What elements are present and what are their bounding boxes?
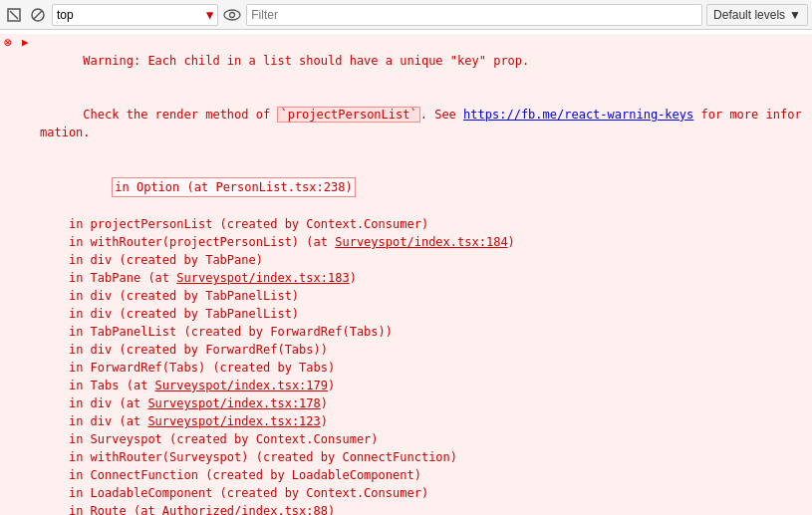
link-surveyspot-183[interactable]: Surveyspot/index.tsx:183 — [176, 271, 349, 285]
stack-row-2: in withRouter(projectPersonList) (at Sur… — [0, 233, 812, 251]
stack-row-17: in Route (at Authorized/index.tsx:88) — [0, 502, 812, 515]
level-select[interactable]: ▼ — [52, 4, 218, 26]
default-levels-button[interactable]: Default levels ▼ — [706, 4, 808, 26]
stack-row-highlighted: in Option (at PersonList.tsx:238) — [0, 159, 812, 215]
stack-row-16: in LoadableComponent (created by Context… — [0, 484, 812, 502]
sp3 — [4, 233, 20, 234]
stack-row-12: in div (at Surveyspot/index.tsx:123) — [0, 412, 812, 430]
stack-row-7: in TabPanelList (created by ForwardRef(T… — [0, 323, 812, 341]
stack-line-14: in withRouter(Surveyspot) (created by Co… — [40, 448, 808, 466]
highlighted-frame: in Option (at PersonList.tsx:238) — [112, 177, 355, 197]
default-levels-chevron: ▼ — [789, 8, 801, 22]
stack-row-5: in div (created by TabPanelList) — [0, 287, 812, 305]
level-dropdown-icon: ▼ — [206, 8, 213, 22]
spacer-icon-1 — [4, 88, 20, 89]
stack-row-14: in withRouter(Surveyspot) (created by Co… — [0, 448, 812, 466]
filter-input-wrapper[interactable] — [246, 4, 702, 26]
spacer-1 — [4, 159, 20, 160]
filter-input[interactable] — [251, 8, 697, 22]
spacer-icon-2 — [22, 88, 38, 89]
stack-row-10: in Tabs (at Surveyspot/index.tsx:179) — [0, 377, 812, 394]
stack-line-3: in div (created by TabPane) — [40, 251, 808, 269]
spacer-2 — [22, 159, 38, 160]
stack-row-6: in div (created by TabPanelList) — [0, 305, 812, 323]
svg-point-5 — [230, 12, 235, 17]
stack-line-11: in div (at Surveyspot/index.tsx:178) — [40, 394, 808, 412]
console-toolbar: ▼ Default levels ▼ — [0, 0, 812, 30]
stack-line-5: in div (created by TabPanelList) — [40, 287, 808, 305]
stack-line-7: in TabPanelList (created by ForwardRef(T… — [40, 323, 808, 341]
ban-icon[interactable] — [28, 5, 48, 25]
console-output: ⊗ ▶ Warning: Each child in a list should… — [0, 30, 812, 515]
stack-line-9: in ForwardRef(Tabs) (created by Tabs) — [40, 359, 808, 377]
stack-row-13: in Surveyspot (created by Context.Consum… — [0, 430, 812, 448]
stack-row-8: in div (created by ForwardRef(Tabs)) — [0, 341, 812, 359]
stack-row-3: in div (created by TabPane) — [0, 251, 812, 269]
stack-line-10: in Tabs (at Surveyspot/index.tsx:179) — [40, 377, 808, 394]
warning-header-row: ⊗ ▶ Warning: Each child in a list should… — [0, 34, 812, 88]
stack-row-9: in ForwardRef(Tabs) (created by Tabs) — [0, 359, 812, 377]
stop-icon[interactable] — [4, 5, 24, 25]
link-surveyspot-178[interactable]: Surveyspot/index.tsx:178 — [147, 396, 320, 410]
eye-toggle[interactable] — [222, 5, 242, 25]
level-input[interactable] — [57, 8, 206, 22]
link-surveyspot-123[interactable]: Surveyspot/index.tsx:123 — [147, 414, 320, 428]
sp2 — [22, 215, 38, 216]
sp4 — [22, 233, 38, 234]
warning-body-row: Check the render method of `projectPerso… — [0, 88, 812, 159]
link-authorized-88[interactable]: Authorized/index.tsx:88 — [162, 504, 328, 515]
stack-line-highlight: in Option (at PersonList.tsx:238) — [40, 159, 808, 215]
stack-row-1: in projectPersonList (created by Context… — [0, 215, 812, 233]
stack-row-11: in div (at Surveyspot/index.tsx:178) — [0, 394, 812, 412]
link-surveyspot-184[interactable]: Surveyspot/index.tsx:184 — [335, 235, 507, 249]
stack-row-15: in ConnectFunction (created by LoadableC… — [0, 466, 812, 484]
warning-link[interactable]: https://fb.me/react-warning-keys — [463, 108, 693, 122]
stack-line-17: in Route (at Authorized/index.tsx:88) — [40, 502, 808, 515]
svg-point-4 — [224, 10, 240, 20]
svg-line-1 — [10, 11, 18, 19]
stack-line-8: in div (created by ForwardRef(Tabs)) — [40, 341, 808, 359]
sp1 — [4, 215, 20, 216]
link-surveyspot-179[interactable]: Surveyspot/index.tsx:179 — [155, 379, 328, 392]
stack-line-13: in Surveyspot (created by Context.Consum… — [40, 430, 808, 448]
warning-message: Warning: Each child in a list should hav… — [40, 34, 808, 88]
svg-line-3 — [34, 10, 43, 19]
stack-line-1: in projectPersonList (created by Context… — [40, 215, 808, 233]
stack-line-15: in ConnectFunction (created by LoadableC… — [40, 466, 808, 484]
stack-line-4: in TabPane (at Surveyspot/index.tsx:183) — [40, 269, 808, 287]
stack-line-6: in div (created by TabPanelList) — [40, 305, 808, 323]
stack-line-2: in withRouter(projectPersonList) (at Sur… — [40, 233, 808, 251]
default-levels-label: Default levels — [713, 8, 785, 22]
warning-body: Check the render method of `projectPerso… — [40, 88, 808, 159]
triangle-icon: ▶ — [22, 34, 38, 49]
inline-code: `projectPersonList` — [277, 107, 419, 123]
stack-row-4: in TabPane (at Surveyspot/index.tsx:183) — [0, 269, 812, 287]
stack-line-12: in div (at Surveyspot/index.tsx:123) — [40, 412, 808, 430]
stack-line-16: in LoadableComponent (created by Context… — [40, 484, 808, 502]
error-icon: ⊗ — [4, 34, 20, 50]
